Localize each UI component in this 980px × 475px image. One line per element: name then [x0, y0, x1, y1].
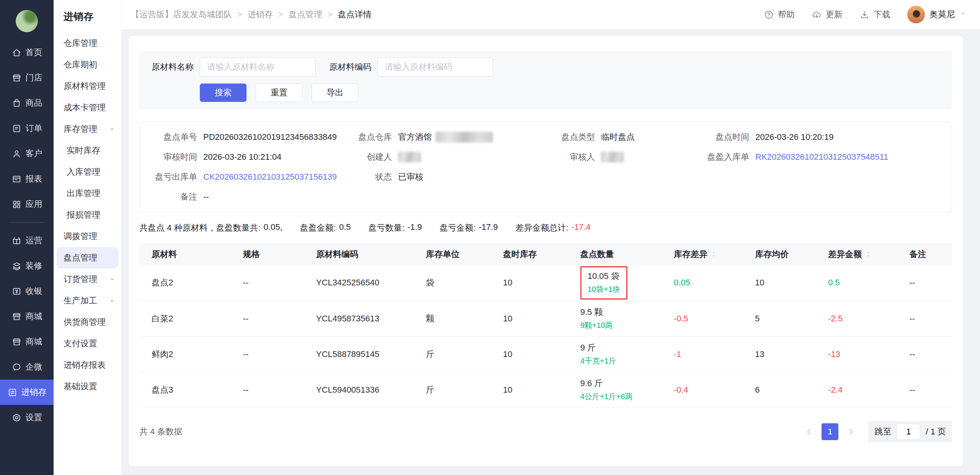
header-action-label: 下载 — [874, 9, 890, 20]
detail-field-value: 2026-03-26 10:21:04 — [203, 152, 281, 162]
submenu-item-5[interactable]: 库存管理 — [54, 118, 121, 140]
main-area: 【运营版】店发发岛城团队>进销存>盘点管理>盘点详情 帮助更新下载 奥莫尼 原材… — [122, 0, 980, 475]
cell-stock: 10 — [497, 336, 574, 372]
submenu-item-label: 供货商管理 — [64, 316, 106, 328]
count-main-value: 9.6 斤 — [580, 378, 662, 389]
detail-field-4: 盘点时间2026-03-26 10:20:19 — [692, 129, 952, 145]
user-menu[interactable]: 奥莫尼 — [907, 6, 967, 23]
submenu-item-2[interactable]: 仓库期初 — [54, 54, 121, 75]
submenu-item-1[interactable]: 仓库管理 — [54, 33, 121, 54]
column-header-label: 规格 — [243, 249, 260, 260]
submenu-item-12[interactable]: 订货管理 — [54, 269, 121, 290]
materials-table: 原材料规格原材料编码库存单位盘时库存盘点数量库存差异库存均价差异金额备注 盘点2… — [139, 244, 952, 408]
jump-page-input[interactable] — [897, 424, 920, 440]
header-action-download[interactable]: 下载 — [859, 9, 890, 20]
sidebar-item-store[interactable]: 门店 — [0, 65, 54, 90]
breadcrumb-item-current[interactable]: 盘点详情 — [338, 9, 372, 20]
cell-note: -- — [903, 265, 952, 301]
breadcrumb-item[interactable]: 【运营版】店发发岛城团队 — [131, 9, 232, 20]
column-header-7[interactable]: 库存差异 — [668, 244, 749, 265]
page-1-button[interactable]: 1 — [822, 423, 838, 440]
submenu-item-label: 仓库管理 — [64, 38, 97, 49]
cell-material: 白菜2 — [139, 301, 237, 336]
submenu-item-label: 实时库存 — [67, 145, 100, 156]
filter-section: 原材料名称原材料编码 搜索重置导出 — [139, 51, 952, 110]
prev-page-button[interactable] — [803, 426, 815, 437]
submenu-item-7[interactable]: 入库管理 — [54, 161, 121, 183]
export-button[interactable]: 导出 — [312, 84, 358, 102]
sidebar-divider — [9, 222, 44, 223]
sidebar-item-jxc-active[interactable]: 进销存 — [0, 380, 54, 405]
detail-field-8: 盘盈入库单RK20260326102103125037548511 — [692, 149, 952, 165]
submenu-item-17[interactable]: 基础设置 — [54, 376, 121, 397]
filter-fields: 原材料名称原材料编码 — [152, 57, 940, 77]
column-header-wrap: 盘点数量 — [580, 249, 662, 260]
column-header-9[interactable]: 差异金额 — [822, 244, 903, 265]
customer-icon — [11, 149, 22, 159]
breadcrumb-item[interactable]: 进销存 — [248, 9, 273, 20]
apps-icon — [11, 199, 22, 210]
sidebar-item-settings[interactable]: 设置 — [0, 405, 54, 430]
header-action-update[interactable]: 更新 — [812, 9, 843, 20]
reset-button[interactable]: 重置 — [256, 84, 302, 102]
submenu-item-16[interactable]: 进销存报表 — [54, 354, 121, 376]
submenu-item-label: 出库管理 — [67, 188, 100, 199]
sidebar-item-qiwei[interactable]: 企微 — [0, 354, 54, 380]
detail-link[interactable]: CK20260326102103125037156139 — [203, 172, 337, 182]
next-page-button[interactable] — [845, 426, 857, 437]
help-icon — [764, 10, 774, 20]
submenu-item-10[interactable]: 调拨管理 — [54, 226, 121, 247]
detail-link[interactable]: RK20260326102103125037548511 — [755, 152, 888, 162]
submenu-item-14[interactable]: 供货商管理 — [54, 311, 121, 333]
sidebar-item-apps[interactable]: 应用 — [0, 192, 54, 217]
workspace-avatar[interactable] — [16, 10, 38, 32]
filter-field-2: 原材料编码 — [329, 57, 493, 77]
submenu-item-9[interactable]: 报损管理 — [54, 204, 121, 226]
top-header: 【运营版】店发发岛城团队>进销存>盘点管理>盘点详情 帮助更新下载 奥莫尼 — [122, 0, 980, 29]
cell-count: 9 斤4千克+1斤 — [574, 336, 668, 372]
sidebar-item-report[interactable]: 报表 — [0, 166, 54, 192]
submenu-item-15[interactable]: 支付设置 — [54, 333, 121, 354]
sidebar-item-mall[interactable]: 商城 — [0, 304, 54, 329]
goods-icon — [11, 98, 22, 108]
stocktake-detail-panel: 盘点单号PD20260326102019123456833849盘点仓库官方酒馆… — [139, 122, 952, 212]
table-footer: 共 4 条数据 1 跳至 / 1 页 — [139, 421, 952, 442]
submenu-item-3[interactable]: 原材料管理 — [54, 75, 121, 97]
header-action-help[interactable]: 帮助 — [764, 9, 795, 20]
summary-part-value: -17.9 — [479, 222, 498, 234]
breadcrumb-separator: > — [278, 10, 283, 20]
header-action-list: 帮助更新下载 — [764, 9, 890, 20]
breadcrumb: 【运营版】店发发岛城团队>进销存>盘点管理>盘点详情 — [131, 9, 372, 20]
detail-value-text: 2026-03-26 10:20:19 — [755, 132, 833, 142]
sidebar-item-customer[interactable]: 客户 — [0, 141, 54, 166]
filter-field-label: 原材料编码 — [329, 61, 371, 73]
column-header-4: 库存单位 — [420, 244, 497, 265]
submenu-item-4[interactable]: 成本卡管理 — [54, 97, 121, 118]
filter-input-1[interactable] — [200, 57, 315, 77]
table-row-1: 盘点2--YCL3425256540袋1010.05 袋10袋+1块0.0510… — [139, 265, 952, 301]
submenu-item-8[interactable]: 出库管理 — [54, 183, 121, 204]
filter-input-2[interactable] — [377, 57, 493, 77]
cell-code: YCL5940051336 — [310, 372, 420, 408]
submenu-item-11-active[interactable]: 盘点管理 — [57, 247, 118, 269]
sidebar-item-cashier[interactable]: 收银 — [0, 278, 54, 304]
sidebar-item-goods[interactable]: 商品 — [0, 90, 54, 116]
sidebar-item-label: 装修 — [26, 260, 42, 272]
submenu-item-13[interactable]: 生产加工 — [54, 290, 121, 311]
cell-code: YCL3425256540 — [310, 265, 420, 301]
sidebar-item-operation[interactable]: 运营 — [0, 228, 54, 253]
detail-field-label: 盘亏出库单 — [140, 171, 197, 183]
search-button[interactable]: 搜索 — [200, 84, 247, 102]
count-main-value: 10.05 袋 — [588, 270, 620, 282]
sidebar-item-mall[interactable]: 商城 — [0, 329, 54, 354]
breadcrumb-item[interactable]: 盘点管理 — [289, 9, 322, 20]
sidebar-item-order[interactable]: 订单 — [0, 116, 54, 141]
cell-count: 9.6 斤4公斤+1斤+6两 — [574, 372, 668, 408]
detail-field-2: 盘点仓库官方酒馆 — [335, 129, 537, 145]
submenu-item-label: 订货管理 — [64, 274, 97, 285]
submenu-item-6[interactable]: 实时库存 — [54, 140, 121, 161]
sidebar-item-home[interactable]: 首页 — [0, 40, 54, 65]
sidebar-item-decorate[interactable]: 装修 — [0, 253, 54, 278]
detail-field-value: 官方酒馆 — [398, 131, 493, 143]
table-row-2: 白菜2--YCL4958735613颗109.5 颗9颗+10两-0.55-2.… — [139, 301, 952, 336]
